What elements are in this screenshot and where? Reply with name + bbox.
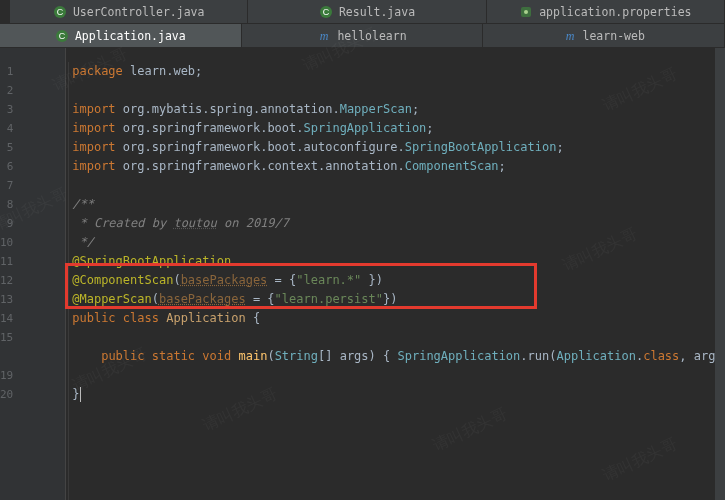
- line-number[interactable]: 19: [0, 366, 65, 385]
- tab-application-properties[interactable]: application.properties: [487, 0, 725, 23]
- tab-learn-web[interactable]: m learn-web: [483, 24, 725, 47]
- line-number[interactable]: 9: [0, 214, 65, 233]
- tab-label: hellolearn: [337, 29, 406, 43]
- line-number[interactable]: 5: [0, 138, 65, 157]
- line-number[interactable]: 1: [0, 62, 65, 81]
- gutter: 1 2 3 4 5 6 7 8 9 10 11 12 13 14 15 19 2…: [0, 48, 65, 500]
- line-number[interactable]: 4: [0, 119, 65, 138]
- line-number[interactable]: 8: [0, 195, 65, 214]
- text-caret: [80, 387, 81, 402]
- line-number[interactable]: 7: [0, 176, 65, 195]
- editor-area: 1 2 3 4 5 6 7 8 9 10 11 12 13 14 15 19 2…: [0, 48, 725, 500]
- line-number[interactable]: 10: [0, 233, 65, 252]
- line-number[interactable]: 20: [0, 385, 65, 404]
- line-number[interactable]: 11: [0, 252, 65, 271]
- tab-application[interactable]: C Application.java: [0, 24, 242, 47]
- line-number[interactable]: 14: [0, 309, 65, 328]
- svg-text:m: m: [320, 29, 329, 43]
- tab-usercontroller[interactable]: C UserController.java: [10, 0, 248, 23]
- tab-label: Application.java: [75, 29, 186, 43]
- tab-label: learn-web: [583, 29, 645, 43]
- tab-bar-bottom: C Application.java m hellolearn m learn-…: [0, 24, 725, 48]
- svg-point-5: [524, 10, 528, 14]
- line-number[interactable]: [0, 347, 65, 366]
- module-icon: m: [563, 29, 577, 43]
- line-number[interactable]: 15: [0, 328, 65, 347]
- line-number[interactable]: 3: [0, 100, 65, 119]
- svg-text:m: m: [565, 29, 574, 43]
- tab-label: UserController.java: [73, 5, 205, 19]
- line-number[interactable]: 12: [0, 271, 65, 290]
- line-number[interactable]: 6: [0, 157, 65, 176]
- scrollbar[interactable]: [715, 48, 725, 500]
- class-icon: C: [53, 5, 67, 19]
- tab-label: application.properties: [539, 5, 691, 19]
- class-icon: C: [319, 5, 333, 19]
- tab-bar-top: C UserController.java C Result.java appl…: [10, 0, 725, 24]
- line-number[interactable]: 13: [0, 290, 65, 309]
- tab-hellolearn[interactable]: m hellolearn: [242, 24, 484, 47]
- module-icon: m: [317, 29, 331, 43]
- line-number[interactable]: 2: [0, 81, 65, 100]
- svg-text:C: C: [59, 31, 66, 41]
- svg-text:C: C: [57, 7, 64, 17]
- class-icon: C: [55, 29, 69, 43]
- svg-text:C: C: [323, 7, 330, 17]
- code-editor[interactable]: package learn.web; import org.mybatis.sp…: [65, 48, 725, 500]
- properties-icon: [519, 5, 533, 19]
- tab-result[interactable]: C Result.java: [248, 0, 486, 23]
- tab-label: Result.java: [339, 5, 415, 19]
